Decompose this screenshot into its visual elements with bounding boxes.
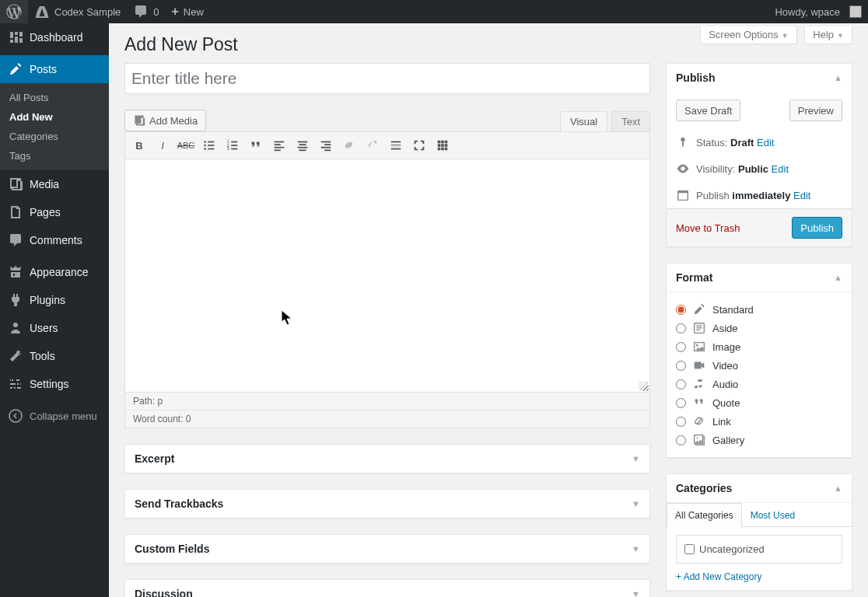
svg-rect-35: [445, 144, 448, 147]
format-box: Format▲ StandardAsideImageVideoAudioQuot…: [666, 263, 852, 458]
svg-rect-14: [275, 141, 285, 143]
format-aside[interactable]: Aside: [676, 319, 842, 337]
menu-plugins[interactable]: Plugins: [0, 286, 109, 314]
italic-button[interactable]: I: [152, 135, 173, 155]
submenu-tags[interactable]: Tags: [0, 146, 109, 166]
editor-toolbar: B I ABC 123: [124, 131, 650, 159]
editor-content[interactable]: [124, 159, 650, 393]
format-link[interactable]: Link: [676, 412, 842, 431]
resize-handle[interactable]: [639, 381, 648, 390]
svg-point-48: [696, 344, 698, 347]
svg-rect-34: [441, 144, 444, 147]
link-button[interactable]: [338, 135, 360, 155]
align-right-button[interactable]: [315, 135, 337, 155]
help-button[interactable]: Help▼: [804, 26, 852, 44]
wp-logo[interactable]: [0, 0, 28, 23]
add-media-button[interactable]: Add Media: [124, 110, 206, 131]
new-content[interactable]: +New: [166, 0, 210, 23]
visibility-row: Visibility: Public Edit: [667, 155, 852, 182]
svg-rect-37: [441, 148, 444, 151]
format-audio[interactable]: Audio: [676, 375, 842, 393]
align-center-button[interactable]: [292, 135, 313, 155]
menu-posts[interactable]: Posts: [0, 55, 109, 83]
save-draft-button[interactable]: Save Draft: [676, 100, 740, 121]
menu-appearance[interactable]: Appearance: [0, 258, 109, 286]
svg-rect-21: [299, 149, 306, 151]
submenu-categories[interactable]: Categories: [0, 127, 109, 146]
editor-tab-text[interactable]: Text: [611, 111, 650, 131]
toolbar-toggle-button[interactable]: [432, 135, 453, 155]
edit-status-link[interactable]: Edit: [757, 137, 774, 148]
svg-point-1: [9, 410, 22, 422]
bullet-list-button[interactable]: [198, 135, 220, 155]
svg-rect-31: [441, 141, 444, 144]
unlink-button[interactable]: [362, 135, 383, 155]
trackbacks-box: Send Trackbacks▼: [124, 489, 650, 518]
align-left-button[interactable]: [268, 135, 290, 155]
post-title-input[interactable]: [124, 63, 650, 94]
svg-rect-7: [208, 148, 214, 150]
svg-rect-23: [324, 144, 331, 145]
svg-rect-15: [275, 144, 281, 145]
menu-users[interactable]: Users: [0, 314, 109, 342]
blockquote-button[interactable]: [245, 135, 267, 155]
svg-rect-26: [391, 141, 401, 143]
format-gallery[interactable]: Gallery: [676, 431, 842, 449]
more-tag-button[interactable]: [385, 135, 407, 155]
svg-rect-13: [231, 148, 237, 150]
submenu-add-new[interactable]: Add New: [0, 107, 109, 127]
svg-point-4: [204, 145, 206, 147]
menu-comments[interactable]: Comments: [0, 226, 109, 254]
format-video[interactable]: Video: [676, 356, 842, 375]
excerpt-box: Excerpt▼: [124, 444, 650, 473]
site-link[interactable]: Codex Sample: [28, 0, 127, 23]
comments-link[interactable]: 0: [127, 0, 165, 23]
strikethrough-button[interactable]: ABC: [175, 135, 197, 155]
edit-visibility-link[interactable]: Edit: [772, 163, 789, 175]
svg-rect-38: [445, 148, 448, 151]
menu-settings[interactable]: Settings: [0, 370, 109, 398]
svg-point-52: [696, 437, 698, 438]
format-image[interactable]: Image: [676, 337, 842, 356]
publish-button[interactable]: Publish: [792, 217, 842, 239]
add-new-category-link[interactable]: + Add New Category: [676, 571, 761, 582]
cat-tab-used[interactable]: Most Used: [742, 503, 803, 527]
preview-button[interactable]: Preview: [789, 100, 842, 121]
cat-tab-all[interactable]: All Categories: [667, 503, 742, 527]
category-uncategorized[interactable]: Uncategorized: [684, 543, 834, 555]
svg-text:3: 3: [227, 146, 229, 151]
edit-schedule-link[interactable]: Edit: [793, 190, 810, 201]
fullscreen-button[interactable]: [408, 135, 430, 155]
svg-rect-30: [438, 141, 441, 144]
svg-point-0: [13, 323, 18, 327]
svg-rect-24: [321, 147, 331, 148]
svg-rect-20: [298, 147, 308, 148]
my-account[interactable]: Howdy, wpace: [768, 0, 868, 23]
screen-options-button[interactable]: Screen Options▼: [700, 26, 797, 44]
menu-tools[interactable]: Tools: [0, 342, 109, 370]
svg-rect-49: [695, 362, 702, 369]
admin-bar: Codex Sample 0 +New Howdy, wpace: [0, 0, 868, 23]
screen-meta: Screen Options▼ Help▼: [695, 26, 852, 44]
bold-button[interactable]: B: [128, 135, 150, 155]
editor-tab-visual[interactable]: Visual: [560, 111, 607, 131]
svg-rect-18: [298, 141, 308, 143]
numbered-list-button[interactable]: 123: [222, 135, 243, 155]
categories-box: Categories▲ All Categories Most Used Unc…: [666, 473, 852, 591]
menu-pages[interactable]: Pages: [0, 198, 109, 226]
submenu-all-posts[interactable]: All Posts: [0, 88, 109, 107]
svg-rect-36: [438, 148, 441, 151]
svg-rect-29: [391, 148, 401, 150]
move-to-trash-link[interactable]: Move to Trash: [676, 222, 740, 234]
format-standard[interactable]: Standard: [676, 300, 842, 319]
menu-dashboard[interactable]: Dashboard: [0, 23, 109, 51]
admin-menu: Dashboard Posts All Posts Add New Catego…: [0, 23, 109, 597]
format-quote[interactable]: Quote: [676, 393, 842, 412]
svg-rect-45: [696, 327, 702, 328]
collapse-menu[interactable]: Collapse menu: [0, 402, 109, 430]
svg-rect-25: [324, 149, 331, 151]
svg-rect-22: [321, 141, 331, 143]
svg-rect-40: [682, 141, 684, 146]
svg-rect-3: [208, 141, 214, 143]
menu-media[interactable]: Media: [0, 170, 109, 198]
